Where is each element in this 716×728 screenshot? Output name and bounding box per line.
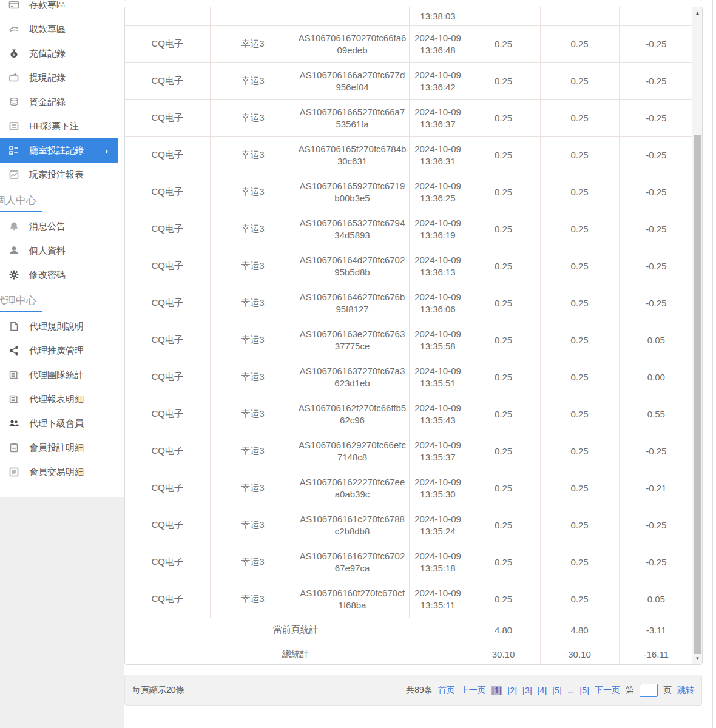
cell-bet: 0.25 [467, 322, 540, 359]
sidebar-item-profile[interactable]: 個人資料 [0, 238, 118, 263]
cell-win-loss: -0.21 [619, 470, 693, 507]
share-icon [8, 345, 19, 356]
cell-valid-bet: 0.25 [540, 433, 619, 470]
cell-datetime: 2024-10-09 13:36:25 [409, 174, 467, 211]
cell-game: 幸运3 [210, 433, 296, 470]
sidebar-item-label: 充值記錄 [29, 48, 66, 59]
sidebar-item-room-bet-records[interactable]: 廳室投註記錄 › [0, 138, 118, 163]
sidebar-item-change-password[interactable]: 修改密碼 [0, 263, 118, 287]
sidebar-item-label: HH彩票下注 [29, 121, 79, 132]
cell-bet: 0.25 [467, 248, 540, 285]
sidebar-item-deposit-zone[interactable]: 存款專區 [0, 0, 118, 17]
table-scrollbar[interactable]: ▲ ▼ [692, 7, 702, 664]
users-icon [8, 418, 19, 429]
table-row: CQ电子 幸运3 AS1067061637270fc67a3623d1eb 20… [125, 359, 693, 396]
cell-game: 幸运3 [210, 136, 296, 174]
sidebar-item-member-bet-detail[interactable]: 會員投註明細 [0, 436, 118, 460]
cell-bet: 0.25 [467, 285, 540, 322]
cell-datetime: 2024-10-09 13:35:11 [409, 581, 467, 618]
table-row: CQ电子 幸运3 AS1067061665270fc66a753561fa 20… [125, 99, 693, 136]
page-number-last[interactable]: [5] [579, 686, 589, 695]
summary-win-loss: -16.11 [619, 642, 693, 665]
page-number-4[interactable]: [4] [538, 686, 547, 695]
sidebar-item-funds-records[interactable]: 資金記錄 [0, 90, 118, 114]
page-right-divider [712, 0, 713, 728]
summary-bet: 30.10 [467, 642, 540, 665]
sidebar-item-label: 修改密碼 [29, 269, 66, 281]
cell-datetime: 2024-10-09 13:35:30 [409, 470, 467, 507]
cell-provider: CQ电子 [125, 507, 210, 544]
cell-datetime: 2024-10-09 13:35:24 [409, 507, 467, 544]
cell-game: 幸运3 [210, 248, 296, 285]
sidebar-item-player-bet-report[interactable]: 玩家投注報表 [0, 163, 118, 187]
page-number-3[interactable]: [3] [522, 686, 532, 695]
cell-valid-bet: 0.25 [540, 470, 619, 507]
cell-bet: 0.25 [467, 25, 540, 62]
cell-order-id: AS1067061665270fc66a753561fa [296, 99, 409, 136]
sidebar-item-agent-report-detail[interactable]: 代理報表明細 [0, 387, 118, 411]
table-row: CQ电子 幸运3 AS106706162f270fc66ffb562c96 20… [125, 396, 693, 433]
table-row: CQ电子 幸运3 AS1067061670270fc66fa609edeb 20… [125, 25, 693, 62]
cell-datetime: 13:38:03 [409, 7, 467, 25]
cell-provider: CQ电子 [125, 359, 210, 396]
cell-valid-bet: 0.25 [540, 544, 619, 581]
scrollbar-down-arrow-icon[interactable]: ▼ [692, 653, 703, 664]
cell-valid-bet: 0.25 [540, 581, 619, 618]
cell-win-loss: -0.25 [619, 544, 693, 581]
table-row: CQ电子 幸运3 AS106706161c270fc6788c2b8db8 20… [125, 507, 693, 544]
table-row: CQ电子 幸运3 AS1067061616270fc670267e97ca 20… [125, 544, 693, 581]
chevron-right-icon: › [105, 146, 108, 156]
cell-win-loss: -0.25 [619, 62, 693, 99]
cell-provider: CQ电子 [125, 99, 210, 136]
scrollbar-thumb[interactable] [694, 135, 701, 654]
toolbar-card-bottom-edge [124, 0, 702, 1]
sidebar-item-member-transaction-detail[interactable]: 會員交易明細 [0, 460, 118, 484]
user-icon [8, 245, 19, 256]
sidebar-item-agent-team-stats[interactable]: 代理團隊統計 [0, 363, 118, 387]
cell-provider: CQ电子 [125, 211, 210, 248]
list-icon [8, 467, 19, 477]
sidebar-item-label: 存款專區 [29, 0, 66, 11]
scrollbar-up-arrow-icon[interactable]: ▲ [692, 8, 703, 18]
cell-valid-bet: 0.25 [540, 174, 619, 211]
sidebar-item-withdraw-zone[interactable]: 取款專區 [0, 17, 118, 41]
cell-win-loss: -0.25 [619, 507, 693, 544]
sidebar-item-agent-rules[interactable]: 代理規則說明 [0, 314, 118, 339]
sidebar-item-recharge-records[interactable]: $ 充值記錄 [0, 41, 118, 66]
sidebar-item-withdrawal-records[interactable]: 提現記錄 [0, 66, 118, 90]
page-number-1-current[interactable]: [1] [491, 686, 502, 695]
next-page-link[interactable]: 下一页 [595, 685, 620, 696]
jump-button[interactable]: 跳转 [677, 685, 694, 696]
page-number-2[interactable]: [2] [507, 686, 517, 695]
sidebar-item-announcements[interactable]: 消息公告 [0, 214, 118, 238]
cell-order-id: AS106706161c270fc6788c2b8db8 [296, 507, 409, 544]
sidebar-item-agent-sub-members[interactable]: 代理下級會員 [0, 411, 118, 436]
first-page-link[interactable]: 首页 [438, 685, 455, 696]
cell-datetime: 2024-10-09 13:36:19 [409, 211, 467, 248]
total-count-label: 共89条 [406, 685, 433, 696]
jump-page-input[interactable] [640, 684, 658, 697]
cell-order-id: AS1067061670270fc66fa609edeb [296, 25, 409, 62]
page-ellipsis[interactable]: ... [567, 686, 575, 695]
sidebar-item-label: 代理下級會員 [29, 418, 84, 430]
cell-win-loss: 0.55 [619, 396, 693, 433]
cell-datetime: 2024-10-09 13:36:37 [409, 99, 467, 136]
cell-game: 幸运3 [210, 581, 296, 618]
cell-provider [125, 7, 210, 25]
bet-records-table-card: 13:38:03 CQ电子 幸运3 AS1067061670270fc66fa6… [124, 7, 703, 665]
cell-game: 幸运3 [210, 396, 296, 433]
table-row: CQ电子 幸运3 AS1067061622270fc67eea0ab39c 20… [125, 470, 693, 507]
cell-provider: CQ电子 [125, 322, 210, 359]
sidebar-item-hh-lottery-bet[interactable]: HH彩票下注 [0, 114, 118, 138]
cell-datetime: 2024-10-09 13:36:06 [409, 285, 467, 322]
cell-bet: 0.25 [467, 211, 540, 248]
cell-win-loss: 0.05 [619, 322, 693, 359]
cell-game: 幸运3 [210, 25, 296, 62]
cell-win-loss: -0.25 [619, 25, 693, 62]
prev-page-link[interactable]: 上一页 [461, 685, 486, 696]
page-number-5[interactable]: [5] [552, 686, 562, 695]
room-bet-record-icon [8, 145, 19, 156]
cell-valid-bet: 0.25 [540, 211, 619, 248]
sidebar-item-agent-promotion[interactable]: 代理推廣管理 [0, 339, 118, 363]
table-row: CQ电子 幸运3 AS106706165f270fc6784b30c631 20… [125, 136, 693, 174]
